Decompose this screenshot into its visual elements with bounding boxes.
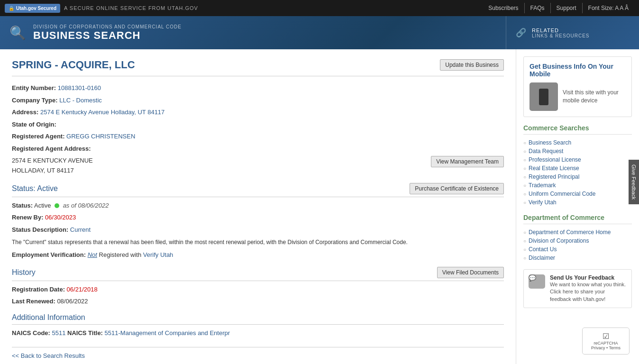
business-title-row: SPRING - ACQUIRE, LLC Update this Busine… (12, 59, 504, 76)
link-icon: 🔗 (516, 27, 526, 38)
verify-utah-link[interactable]: Verify Utah (143, 251, 173, 258)
top-nav: Subscribers FAQs Support Font Size: A A … (483, 3, 634, 13)
registered-agent-row: Registered Agent: GREGG CHRISTENSEN (12, 132, 504, 141)
header-search-section: 🔍 DIVISION OF CORPORATIONS AND COMMERCIA… (0, 16, 506, 49)
related-text-block: RELATED LINKS & RESOURCES (532, 27, 589, 38)
search-icon-large: 🔍 (9, 25, 26, 41)
status-value: Active (34, 202, 51, 209)
address-label: Address: (12, 109, 38, 116)
agent-address-lines: 2574 E KENTUCKY AVENUE HOLLADAY, UT 8411… (12, 156, 93, 176)
feedback-title: Send Us Your Feedback (550, 274, 627, 281)
dept-commerce-home-link[interactable]: Department of Commerce Home (529, 229, 611, 236)
subscribers-link[interactable]: Subscribers (483, 3, 524, 13)
history-section-header: History View Filed Documents (12, 267, 504, 281)
emp-ver-text: Registered with (99, 251, 142, 258)
address-value[interactable]: 2574 E Kentucky Avenue Holladay, UT 8411… (40, 109, 164, 116)
list-item: Verify Utah (523, 198, 632, 207)
list-item: Contact Us (523, 245, 632, 254)
recaptcha-widget: ☑ reCAPTCHAPrivacy • Terms (582, 328, 630, 355)
professional-license-link[interactable]: Professional License (529, 156, 581, 163)
agent-address-line1: 2574 E KENTUCKY AVENUE (12, 156, 93, 166)
commerce-searches-section: Commerce Searches Business Search Data R… (523, 124, 632, 207)
header-text-block: DIVISION OF CORPORATIONS AND COMMERCIAL … (33, 24, 182, 42)
mobile-section: Get Business Info On Your Mobile Visit t… (523, 56, 632, 117)
status-section-title: Status: Active (12, 184, 58, 193)
feedback-text-block: Send Us Your Feedback We want to know wh… (550, 274, 627, 303)
additional-section-header: Additional Information (12, 313, 504, 325)
renew-by-row: Renew By: 06/30/2023 (12, 213, 504, 222)
emp-ver-label: Employment Verification: (12, 251, 86, 258)
recaptcha-checkbox[interactable]: ☑ (586, 332, 625, 341)
faqs-link[interactable]: FAQs (525, 3, 551, 13)
feedback-section: 💬 Send Us Your Feedback We want to know … (523, 269, 632, 308)
badge-text: Utah.gov Secured (16, 6, 56, 11)
back-to-search-link[interactable]: << Back to Search Results (12, 347, 504, 359)
business-name: SPRING - ACQUIRE, LLC (12, 59, 135, 71)
naics-code-value[interactable]: 5511 (52, 329, 66, 337)
header-related-section: 🔗 RELATED LINKS & RESOURCES (506, 16, 639, 49)
related-sub: LINKS & RESOURCES (532, 33, 589, 38)
status-description-text: The "Current" status represents that a r… (12, 238, 504, 246)
list-item: Data Request (523, 147, 632, 155)
company-type-link[interactable]: LLC - Domestic (59, 97, 102, 104)
entity-number-value[interactable]: 10881301-0160 (58, 84, 101, 91)
font-size-control[interactable]: Font Size: A A Â (583, 3, 634, 13)
state-of-origin-label: State of Origin: (12, 121, 56, 128)
status-desc-label: Status Description: (12, 226, 68, 233)
content-area: SPRING - ACQUIRE, LLC Update this Busine… (0, 49, 516, 364)
agent-address-line2: HOLLADAY, UT 84117 (12, 166, 93, 176)
list-item: Division of Corporations (523, 237, 632, 245)
related-label: RELATED (532, 27, 589, 33)
list-item: Registered Principal (523, 173, 632, 181)
contact-us-link[interactable]: Contact Us (529, 246, 557, 253)
entity-number-row: Entity Number: 10881301-0160 (12, 83, 504, 93)
registered-principal-link[interactable]: Registered Principal (529, 173, 579, 180)
address-row: Address: 2574 E Kentucky Avenue Holladay… (12, 108, 504, 117)
additional-section-title: Additional Information (12, 313, 85, 322)
uniform-commercial-code-link[interactable]: Uniform Commercial Code (529, 191, 595, 197)
history-section-title: History (12, 268, 36, 277)
header-title: BUSINESS SEARCH (33, 29, 182, 42)
registration-date-value: 06/21/2018 (67, 286, 98, 293)
support-link[interactable]: Support (551, 3, 583, 13)
registered-agent-address-label-row: Registered Agent Address: (12, 144, 504, 154)
registered-agent-value[interactable]: GREGG CHRISTENSEN (66, 133, 135, 140)
list-item: Department of Commerce Home (523, 228, 632, 237)
status-as-of: as of 08/06/2022 (63, 202, 109, 209)
naics-title-value[interactable]: 5511-Management of Companies and Enterpr (105, 329, 230, 337)
dept-commerce-list: Department of Commerce Home Division of … (523, 228, 632, 262)
view-filed-documents-button[interactable]: View Filed Documents (437, 267, 504, 278)
status-section-header: Status: Active Purchase Certificate of E… (12, 183, 504, 197)
business-search-link[interactable]: Business Search (529, 139, 571, 146)
registration-date-label: Registration Date: (12, 286, 65, 293)
list-item: Professional License (523, 155, 632, 164)
trademark-link[interactable]: Trademark (529, 182, 556, 189)
top-bar: 🔒 Utah.gov Secured A SECURE ONLINE SERVI… (0, 0, 639, 16)
verify-utah-sidebar-link[interactable]: Verify Utah (529, 199, 557, 206)
phone-icon (529, 82, 558, 111)
naics-code-label: NAICS Code: (12, 329, 50, 337)
give-feedback-tab[interactable]: Give Feedback (629, 160, 639, 204)
list-item: Real Estate License (523, 164, 632, 173)
division-of-corporations-link[interactable]: Division of Corporations (529, 237, 589, 244)
commerce-searches-list: Business Search Data Request Professiona… (523, 138, 632, 207)
renew-by-value: 06/30/2023 (45, 214, 76, 221)
brand-area: 🔒 Utah.gov Secured A SECURE ONLINE SERVI… (5, 4, 198, 13)
utah-badge: 🔒 Utah.gov Secured (5, 4, 60, 13)
data-request-link[interactable]: Data Request (529, 148, 563, 155)
mobile-section-title: Get Business Info On Your Mobile (529, 63, 626, 78)
feedback-text: We want to know what you think. Click he… (550, 281, 627, 303)
purchase-certificate-button[interactable]: Purchase Certificate of Existence (410, 183, 504, 194)
state-of-origin-row: State of Origin: (12, 120, 504, 129)
real-estate-license-link[interactable]: Real Estate License (529, 165, 579, 172)
update-business-button[interactable]: Update this Business (440, 59, 504, 71)
naics-title-label: NAICS Title: (67, 329, 103, 337)
feedback-bubble-icon: 💬 (529, 274, 545, 289)
recaptcha-text: reCAPTCHAPrivacy • Terms (586, 341, 625, 350)
disclaimer-link[interactable]: Disclaimer (529, 255, 555, 261)
top-bar-title: A SECURE ONLINE SERVICE FROM UTAH.GOV (64, 5, 198, 11)
phone-shape (539, 89, 548, 105)
commerce-searches-title: Commerce Searches (523, 124, 632, 135)
view-management-button[interactable]: View Management Team (431, 156, 504, 167)
status-desc-row: Status Description: Current (12, 225, 504, 235)
